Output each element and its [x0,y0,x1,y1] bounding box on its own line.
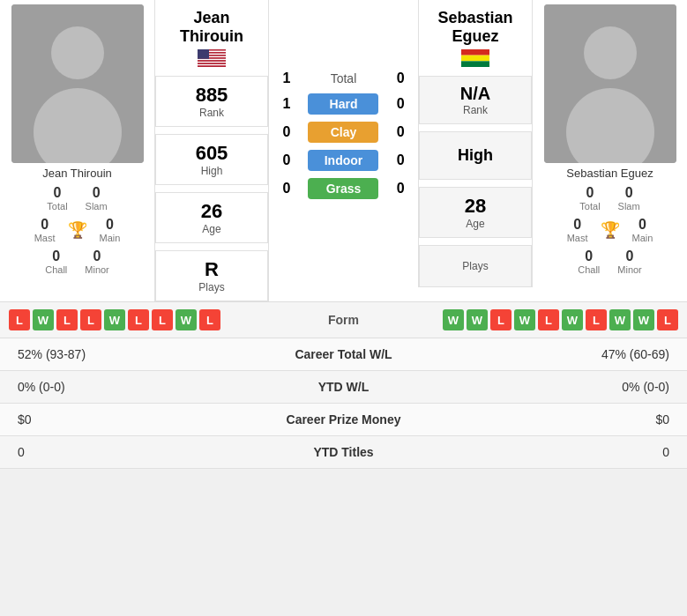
player1-name-below: Jean Thirouin [42,167,112,180]
p2-indoor-score: 0 [387,152,414,168]
p1-ytd-wl: 0% (0-0) [0,371,227,404]
clay-badge: Clay [308,122,378,143]
career-total-label: Career Total W/L [227,338,460,371]
player2-total-stat: 0 Total [579,185,600,212]
player1-name-l1: Jean [193,9,229,26]
player2-total-val: 0 [579,185,600,201]
form-section: LWLLWLLWL Form WWLWLWLWWL [0,301,687,338]
player2-name-l2: Eguez [452,27,498,45]
player1-minor-lbl: Minor [85,264,109,275]
p2-career-prize: $0 [460,404,687,436]
indoor-badge: Indoor [308,150,378,171]
player2-rank-val: N/A [429,84,522,104]
player1-mast-stat: 0 Mast [34,217,56,243]
player1-plays-box: R Plays [155,250,268,301]
player1-form-badges: LWLLWLLWL [9,309,291,330]
player1-high-lbl: High [174,165,250,177]
grass-row: 0 Grass 0 [269,178,418,199]
p2-total-score: 0 [387,71,414,86]
svg-rect-10 [198,59,226,61]
form-badge-p1: W [33,309,54,330]
player2-main-val: 0 [632,217,653,233]
player2-high-val: High [429,146,522,165]
player1-rank-box: 885 Rank [155,76,268,127]
form-badge-p2: W [633,309,654,330]
player1-mast-val: 0 [34,217,56,233]
ytd-titles-row: 0 YTD Titles 0 [0,436,687,469]
player1-main-val: 0 [100,217,121,233]
player1-chall-stat: 0 Chall [45,249,67,275]
player2-age-val: 28 [429,195,522,218]
p1-clay-score: 0 [273,124,300,140]
svg-point-21 [584,26,637,79]
player2-trophy-icon: 🏆 [601,220,620,240]
player1-flag [198,49,226,67]
svg-rect-13 [198,63,226,64]
player2-info-col: Sebastian Eguez N/A Rank High 28 Age Pla [418,0,533,287]
player2-photo-col: Sebastian Eguez 0 Total 0 Slam 0 Mast [533,0,687,279]
svg-rect-18 [461,56,489,62]
player1-info-col: Jean Thirouin 885 [154,0,269,301]
player1-total-stat: 0 Total [47,185,67,212]
player1-chall-lbl: Chall [45,264,67,275]
clay-row: 0 Clay 0 [269,122,418,143]
form-badge-p1: L [80,309,101,330]
form-badge-p2: W [562,309,583,330]
player2-main-stat: 0 Main [632,217,653,243]
indoor-row: 0 Indoor 0 [269,150,418,171]
player2-slam-lbl: Slam [618,201,640,212]
form-label: Form [291,313,397,327]
player1-age-lbl: Age [174,223,250,235]
total-row: 1 Total 0 [269,71,418,86]
player1-stats-row1: 0 Total 0 Slam [47,185,107,212]
player2-stats-row1: 0 Total 0 Slam [579,185,639,212]
player1-silhouette [11,4,144,163]
svg-rect-12 [198,62,226,63]
player2-form-badges: WWLWLWLWWL [397,309,679,330]
player2-flag [461,49,489,67]
p1-career-total: 52% (93-87) [0,338,227,371]
player1-name-l2: Thirouin [180,27,243,45]
hard-row: 1 Hard 0 [269,93,418,115]
player1-stats-row2: 0 Mast 🏆 0 Main [34,217,121,243]
player2-age-box: 28 Age [419,187,532,238]
player2-name-below: Sebastian Eguez [566,167,653,180]
player2-mast-val: 0 [567,217,588,233]
player2-plays-lbl: Plays [429,260,522,272]
player1-slam-val: 0 [86,185,108,201]
player1-trophy-icon: 🏆 [68,220,87,240]
player2-minor-val: 0 [617,249,642,264]
svg-rect-19 [461,61,489,67]
ytd-titles-label: YTD Titles [227,436,460,469]
player2-mast-lbl: Mast [567,233,588,243]
form-badge-p1: L [9,309,30,330]
p1-career-prize: $0 [0,404,227,436]
player1-chall-val: 0 [45,249,67,264]
p1-ytd-titles: 0 [0,436,227,469]
svg-rect-14 [198,64,226,66]
player2-high-box: High [419,131,532,180]
total-label: Total [308,71,378,85]
player1-plays-val: R [174,258,250,281]
p1-hard-score: 1 [273,96,300,112]
player1-stats-row3: 0 Chall 0 Minor [45,249,109,275]
player2-main-lbl: Main [632,233,653,243]
career-prize-row: $0 Career Prize Money $0 [0,404,687,436]
player1-main-lbl: Main [100,233,121,243]
player1-plays-lbl: Plays [174,281,250,293]
ytd-wl-label: YTD W/L [227,371,460,404]
form-badge-p1: L [199,309,220,330]
form-badge-p1: W [175,309,197,330]
career-prize-label: Career Prize Money [227,404,460,436]
player1-rank-val: 885 [174,84,250,107]
form-badge-p1: L [128,309,149,330]
player2-chall-lbl: Chall [578,264,600,275]
grass-badge: Grass [308,178,378,199]
player1-rank-lbl: Rank [174,107,250,119]
svg-rect-11 [198,60,226,62]
form-badge-p2: W [609,309,631,330]
player2-rank-lbl: Rank [429,104,522,116]
player2-stats-row3: 0 Chall 0 Minor [578,249,642,275]
form-badge-p2: L [490,309,512,330]
player1-age-val: 26 [174,200,250,223]
